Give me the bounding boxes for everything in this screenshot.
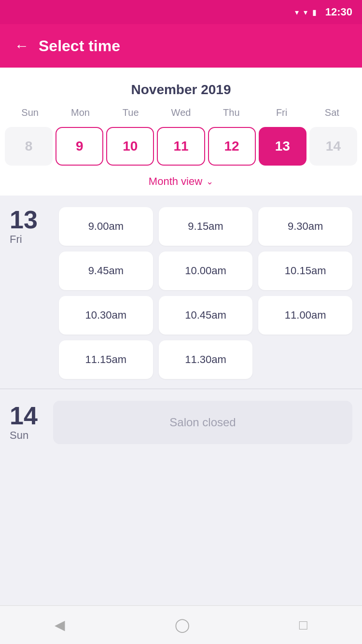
day-label-14: 14 Sun [10,403,53,442]
time-slot-900am[interactable]: 9.00am [59,207,153,246]
day-label-13: 13 Fri [10,207,53,246]
time-slot-1045am[interactable]: 10.45am [159,296,253,335]
home-nav-icon[interactable]: ◯ [175,617,190,633]
weekday-row: Sun Mon Tue Wed Thu Fri Sat [0,102,362,123]
time-slot-1130am[interactable]: 11.30am [159,340,253,379]
day-9[interactable]: 9 [56,127,103,166]
month-view-toggle[interactable]: Month view ⌄ [0,169,362,196]
header: ← Select time [0,24,362,68]
times-section: 13 Fri 9.00am 9.15am 9.30am 9.45am 10.00… [0,196,362,605]
calendar-section: November 2019 Sun Mon Tue Wed Thu Fri Sa… [0,68,362,196]
time-slot-915am[interactable]: 9.15am [159,207,253,246]
day-13[interactable]: 13 [259,127,306,166]
day-8: 8 [5,127,53,166]
wifi-icon: ▾ [295,8,299,17]
day-times-row-13: 13 Fri 9.00am 9.15am 9.30am 9.45am 10.00… [10,207,352,379]
time-slot-1115am[interactable]: 11.15am [59,340,153,379]
day-block-13: 13 Fri 9.00am 9.15am 9.30am 9.45am 10.00… [0,196,362,389]
weekday-thu: Thu [206,102,256,123]
closed-panel-14: Salon closed [53,401,352,444]
back-icon: ← [14,38,29,54]
time-slot-1030am[interactable]: 10.30am [59,296,153,335]
time-slot-945am[interactable]: 9.45am [59,252,153,290]
month-view-label: Month view [149,175,202,188]
times-grid-13: 9.00am 9.15am 9.30am 9.45am 10.00am 10.1… [59,207,352,379]
weekday-wed: Wed [156,102,206,123]
status-time: 12:30 [325,6,352,18]
day-num-14: 14 [10,403,38,428]
time-slot-1100am[interactable]: 11.00am [258,296,352,335]
days-row: 8 9 10 11 12 13 14 [0,123,362,169]
battery-icon: ▮ [312,8,317,17]
weekday-tue: Tue [106,102,156,123]
month-year-label: November 2019 [0,77,362,102]
day-14: 14 [309,127,357,166]
day-12[interactable]: 12 [208,127,256,166]
recents-nav-icon[interactable]: □ [299,617,307,633]
day-11[interactable]: 11 [157,127,205,166]
weekday-sun: Sun [5,102,55,123]
weekday-mon: Mon [55,102,105,123]
chevron-down-icon: ⌄ [206,176,213,187]
day-10[interactable]: 10 [106,127,154,166]
weekday-sat: Sat [307,102,357,123]
page-title: Select time [39,37,120,55]
signal-icon: ▾ [304,8,307,17]
back-button[interactable]: ← [14,38,29,54]
nav-bar: ◀ ◯ □ [0,605,362,644]
day-num-13: 13 [10,207,38,232]
day-block-14: 14 Sun Salon closed [0,389,362,456]
time-slot-930am[interactable]: 9.30am [258,207,352,246]
weekday-fri: Fri [256,102,306,123]
time-slot-1000am[interactable]: 10.00am [159,252,253,290]
day-name-14: Sun [10,429,28,442]
time-slot-1015am[interactable]: 10.15am [258,252,352,290]
closed-label: Salon closed [169,416,236,429]
status-bar: ▾ ▾ ▮ 12:30 [0,0,362,24]
day-name-13: Fri [10,233,22,246]
back-nav-icon[interactable]: ◀ [55,617,65,633]
